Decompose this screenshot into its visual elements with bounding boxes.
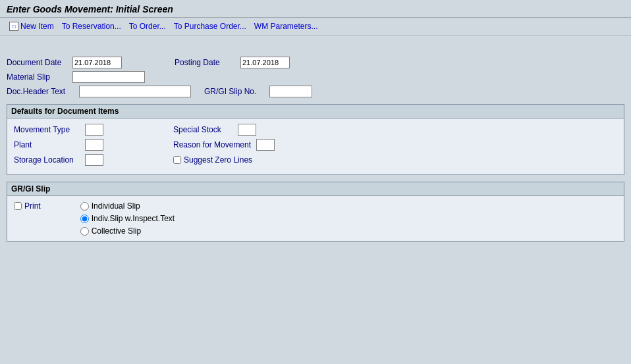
special-stock-input[interactable] [238,124,256,136]
special-stock-label: Special Stock [173,125,233,134]
individual-slip-radio-label[interactable]: Individual Slip [80,201,175,211]
posting-date-label: Posting Date [175,58,234,67]
material-slip-label: Material Slip [7,72,66,82]
movement-type-label: Movement Type [14,125,80,134]
radio-col: Individual Slip Indiv.Slip w.Inspect.Tex… [80,201,175,236]
print-checkbox[interactable] [14,202,22,210]
collective-slip-radio-label[interactable]: Collective Slip [80,226,175,236]
to-reservation-button[interactable]: To Reservation... [58,20,125,32]
storage-location-input[interactable] [85,154,103,166]
new-item-button[interactable]: □ New Item [5,20,58,32]
indiv-slip-inspect-radio-label[interactable]: Indiv.Slip w.Inspect.Text [80,214,175,223]
movement-type-input[interactable] [85,124,103,136]
reason-for-movement-input[interactable] [256,139,275,151]
plant-input[interactable] [85,139,103,151]
toolbar: □ New Item To Reservation... To Order...… [0,18,631,36]
new-item-icon: □ [9,22,18,31]
to-order-button[interactable]: To Order... [125,20,170,32]
title-bar: Enter Goods Movement: Initial Screen [0,0,631,18]
movement-type-row: Movement Type Special Stock [14,124,617,136]
individual-slip-radio[interactable] [80,202,89,211]
grgi-slip-section: GR/GI Slip Print Individual Slip [7,182,624,242]
posting-date-input[interactable] [240,57,290,68]
plant-row: Plant Reason for Movement [14,139,617,151]
print-col: Print [14,201,41,211]
defaults-section: Defaults for Document Items Movement Typ… [7,104,624,175]
to-purchase-order-button[interactable]: To Purchase Order... [170,20,250,32]
indiv-slip-inspect-radio[interactable] [80,215,89,223]
material-slip-input[interactable] [72,71,145,83]
collective-slip-radio[interactable] [80,227,89,236]
grgi-slip-section-title: GR/GI Slip [7,182,624,196]
grgi-slip-no-label: GR/GI Slip No. [204,87,256,96]
suggest-zero-lines-checkbox-label[interactable]: Suggest Zero Lines [173,155,252,165]
plant-label: Plant [14,140,80,149]
print-checkbox-label[interactable]: Print [14,201,41,211]
doc-header-text-input[interactable] [79,86,191,97]
doc-header-text-label: Doc.Header Text [7,87,66,96]
wm-parameters-button[interactable]: WM Parameters... [250,20,322,32]
document-date-row: Document Date Posting Date [7,57,624,68]
defaults-section-title: Defaults for Document Items [7,105,624,118]
page-title: Enter Goods Movement: Initial Screen [7,4,173,14]
grgi-slip-no-input[interactable] [269,86,312,97]
material-slip-row: Material Slip [7,71,624,83]
reason-for-movement-label: Reason for Movement [173,140,251,149]
storage-location-label: Storage Location [14,155,80,165]
storage-location-row: Storage Location Suggest Zero Lines [14,154,617,166]
doc-header-row: Doc.Header Text GR/GI Slip No. [7,86,624,97]
document-date-input[interactable] [72,57,122,68]
suggest-zero-lines-checkbox[interactable] [173,156,181,164]
document-date-label: Document Date [7,58,66,67]
